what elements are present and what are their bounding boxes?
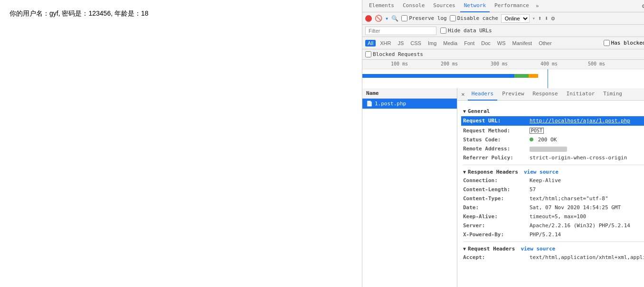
content-type-key: Content-Type: <box>463 195 530 203</box>
blocked-requests-label[interactable]: Blocked Requests <box>365 51 423 57</box>
has-blocked-cookies-label[interactable]: Has blocked cookies <box>604 40 644 46</box>
request-method-val: POST <box>530 127 544 135</box>
name-header: Name <box>362 88 457 99</box>
response-headers-label: Response Headers <box>468 169 518 175</box>
throttle-select[interactable]: Online <box>501 14 530 23</box>
filter-row: Hide data URLs <box>362 25 644 37</box>
preserve-log-checkbox[interactable] <box>401 15 407 21</box>
request-url-key: Request URL: <box>463 117 530 125</box>
detail-tab-headers[interactable]: Headers <box>468 88 497 101</box>
tab-network[interactable]: Network <box>460 0 490 12</box>
server-row: Server: Apache/2.2.16 (Win32) PHP/5.2.14 <box>463 222 644 230</box>
tab-elements[interactable]: Elements <box>365 0 398 12</box>
search-icon[interactable]: 🔍 <box>391 15 398 22</box>
accept-key: Accept: <box>463 254 530 261</box>
type-btn-doc[interactable]: Doc <box>479 40 493 46</box>
request-headers-view-source[interactable]: view source <box>521 246 555 252</box>
type-btn-all[interactable]: All <box>365 40 376 46</box>
devtools-panel: Elements Console Sources Network Perform… <box>362 0 644 287</box>
request-method-row: Request Method: POST <box>463 127 644 135</box>
disable-cache-label[interactable]: Disable cache <box>450 15 498 21</box>
connection-key: Connection: <box>463 177 530 185</box>
referrer-policy-row: Referrer Policy: strict-origin-when-cros… <box>463 154 644 162</box>
tab-more[interactable]: » <box>534 3 541 9</box>
status-code-text: 200 OK <box>538 137 557 143</box>
type-btn-xhr[interactable]: XHR <box>378 40 393 46</box>
mark-400ms: 400 ms <box>540 61 558 66</box>
request-method-key: Request Method: <box>463 127 530 135</box>
type-btn-ws[interactable]: WS <box>495 40 508 46</box>
content-type-row: Content-Type: text/html;charset="utf-8" <box>463 195 644 203</box>
keep-alive-row: Keep-Alive: timeout=5, max=100 <box>463 213 644 221</box>
request-headers-label: Request Headers <box>468 246 515 252</box>
response-headers-arrow: ▼ <box>463 169 466 175</box>
clear-button[interactable]: 🚫 <box>375 15 382 22</box>
keep-alive-val: timeout=5, max=100 <box>530 213 586 221</box>
file-icon: 📄 <box>366 101 373 107</box>
tab-console[interactable]: Console <box>399 0 428 12</box>
disable-cache-checkbox[interactable] <box>450 15 456 21</box>
response-headers-section-header: ▼ Response Headers view source <box>463 169 644 175</box>
filename-1post: 1.post.php <box>375 101 406 107</box>
status-dot <box>530 138 533 141</box>
response-headers-view-source[interactable]: view source <box>524 169 559 175</box>
detail-tabs: × Headers Preview Response Initiator Tim… <box>457 88 644 101</box>
filter-icon[interactable]: ▾ <box>385 15 388 22</box>
x-powered-by-key: X-Powered-By: <box>463 231 530 239</box>
content-length-key: Content-Length: <box>463 186 530 194</box>
detail-content: ▼ General Request URL: http://localhost/… <box>457 101 644 287</box>
export-har-icon[interactable]: ⬇ <box>545 15 549 22</box>
page-main-text: 你的用户名：gyf, 密码是：123456, 年龄是：18 <box>9 9 352 18</box>
type-btn-js[interactable]: JS <box>395 40 406 46</box>
import-har-icon[interactable]: ⬆ <box>538 15 542 22</box>
mark-300ms: 300 ms <box>491 61 508 66</box>
remote-address-redacted <box>530 147 567 152</box>
tab-performance[interactable]: Performance <box>491 0 533 12</box>
tab-sources[interactable]: Sources <box>429 0 459 12</box>
referrer-policy-key: Referrer Policy: <box>463 154 530 162</box>
detail-tab-response[interactable]: Response <box>529 88 562 101</box>
accept-row: Accept: text/html,application/xhtml+xml,… <box>463 254 644 261</box>
page-content: 你的用户名：gyf, 密码是：123456, 年龄是：18 <box>0 0 362 287</box>
x-powered-by-row: X-Powered-By: PHP/5.2.14 <box>463 231 644 239</box>
content-length-row: Content-Length: 57 <box>463 186 644 194</box>
remote-address-key: Remote Address: <box>463 145 530 153</box>
referrer-policy-val: strict-origin-when-cross-origin <box>530 154 627 162</box>
network-settings-icon[interactable]: ⚙ <box>551 15 555 22</box>
separator-2 <box>463 241 644 242</box>
mark-500ms: 500 ms <box>588 61 605 66</box>
name-row-1post[interactable]: 📄 1.post.php <box>362 99 457 109</box>
general-label: General <box>468 108 490 114</box>
has-blocked-cookies-checkbox[interactable] <box>604 40 610 46</box>
remote-address-row: Remote Address: <box>463 145 644 153</box>
devtools-tabs: Elements Console Sources Network Perform… <box>365 0 541 12</box>
hide-data-urls-checkbox[interactable] <box>440 28 446 34</box>
method-badge: POST <box>530 128 544 134</box>
preserve-log-label[interactable]: Preserve log <box>401 15 446 21</box>
server-val: Apache/2.2.16 (Win32) PHP/5.2.14 <box>530 222 630 230</box>
network-toolbar: 🚫 ▾ 🔍 Preserve log Disable cache Online … <box>362 12 644 25</box>
request-headers-arrow: ▼ <box>463 246 466 251</box>
status-code-key: Status Code: <box>463 136 530 144</box>
record-button[interactable] <box>365 15 372 22</box>
timeline: 100 ms 200 ms 300 ms 400 ms 500 ms <box>362 60 644 88</box>
detail-close-button[interactable]: × <box>459 91 467 98</box>
settings-icon[interactable]: ⚙ <box>640 1 644 10</box>
detail-tab-initiator[interactable]: Initiator <box>563 88 599 101</box>
type-btn-img[interactable]: Img <box>426 40 439 46</box>
type-btn-manifest[interactable]: Manifest <box>510 40 535 46</box>
type-btn-font[interactable]: Font <box>462 40 477 46</box>
hide-data-urls-label[interactable]: Hide data URLs <box>440 28 492 34</box>
type-btn-media[interactable]: Media <box>441 40 460 46</box>
blocked-requests-checkbox[interactable] <box>365 51 371 57</box>
detail-tab-timing[interactable]: Timing <box>599 88 626 101</box>
filter-input[interactable] <box>365 27 436 35</box>
request-url-val[interactable]: http://localhost/ajax/1.post.php <box>530 117 630 125</box>
toolbar-right: ⚙ ⋮ ✕ <box>640 1 644 10</box>
type-btn-other[interactable]: Other <box>536 40 554 46</box>
content-length-val: 57 <box>530 186 536 194</box>
date-val: Sat, 07 Nov 2020 14:54:25 GMT <box>530 204 621 212</box>
waterfall-bar-green <box>514 74 529 78</box>
detail-tab-preview[interactable]: Preview <box>498 88 528 101</box>
type-btn-css[interactable]: CSS <box>408 40 424 46</box>
